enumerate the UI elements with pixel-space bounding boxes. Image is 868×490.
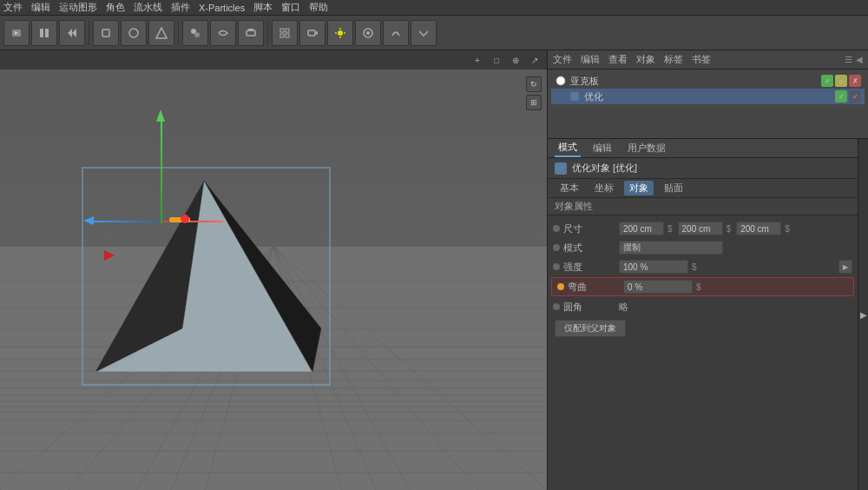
toolbar-sep-2 [178, 21, 179, 45]
obj-item-optimize[interactable]: 优化 ✓ ✓ [551, 89, 865, 104]
tab-edit[interactable]: 编辑 [581, 53, 600, 66]
toolbar-btn-snapping[interactable] [355, 20, 381, 46]
obj-item-root[interactable]: 亚克板 ✓ ○ ✗ [551, 73, 865, 89]
svg-rect-6 [102, 30, 109, 36]
attr-header-title: 优化对象 [优化] [572, 162, 637, 175]
attr-input-strength[interactable] [619, 260, 688, 274]
attr-label-size: 尺寸 [563, 222, 615, 235]
menu-item-help[interactable]: 帮助 [309, 1, 328, 14]
attr-unit-size-y: $ [727, 224, 732, 234]
attr-label-bend: 弯曲 [568, 281, 620, 294]
menu-item-edit[interactable]: 编辑 [31, 1, 50, 14]
panel-icon-1[interactable]: ☰ [845, 55, 852, 64]
toolbar-btn-camera[interactable] [299, 20, 326, 46]
attr-input-bend[interactable] [623, 280, 693, 294]
attr-section-title: 对象属性 [548, 198, 858, 215]
toolbar-btn-light[interactable] [327, 20, 353, 46]
toolbar-btn-6[interactable] [238, 20, 264, 46]
attr-mode-select[interactable] [619, 241, 723, 255]
sub-tab-object[interactable]: 对象 [624, 181, 654, 195]
attr-tab-edit[interactable]: 编辑 [589, 140, 615, 156]
toolbar-btn-move[interactable] [93, 20, 119, 46]
viewport-icon-2[interactable]: □ [490, 53, 503, 67]
toolbar-btn-3[interactable] [59, 20, 85, 46]
tab-bookmark[interactable]: 书签 [692, 53, 711, 66]
toolbar-btn-5[interactable] [210, 20, 236, 46]
sub-tabs: 基本 坐标 对象 贴面 [548, 179, 858, 198]
toolbar-btn-more[interactable] [411, 20, 437, 46]
obj-ctrl-yellow[interactable]: ○ [835, 75, 847, 87]
obj-ctrl-green-2[interactable]: ✓ [835, 90, 847, 103]
svg-point-19 [338, 30, 343, 36]
strength-expand-btn[interactable]: ▶ [838, 260, 852, 274]
attr-input-mode[interactable] [619, 241, 723, 255]
fit-parent-button[interactable]: 仅配到父对象 [555, 320, 626, 337]
axis-z [91, 221, 159, 222]
toolbar-sep-1 [89, 21, 89, 45]
menu-item-character[interactable]: 角色 [106, 1, 125, 14]
toolbar-sep-3 [267, 21, 268, 45]
toolbar-btn-2[interactable] [31, 20, 57, 46]
tab-object[interactable]: 对象 [636, 53, 655, 66]
attr-value-round: 略 [619, 301, 628, 314]
attr-unit-size-x: $ [667, 224, 673, 234]
menu-bar: 文件 编辑 运动图形 角色 流水线 插件 X-Particles 脚本 窗口 帮… [0, 0, 868, 16]
attr-row-bend: 弯曲 $ [551, 277, 854, 296]
attr-panel: 模式 编辑 用户数据 优化对象 [优化] 基本 坐标 对象 贴面 [548, 139, 858, 490]
attr-input-size-x[interactable] [619, 222, 664, 235]
attr-input-size-z[interactable] [736, 222, 781, 235]
svg-rect-15 [280, 34, 284, 37]
tab-view[interactable]: 查看 [608, 53, 628, 66]
svg-point-59 [556, 76, 565, 85]
obj-ctrl-red[interactable]: ✗ [849, 75, 861, 87]
menu-item-script[interactable]: 脚本 [253, 1, 273, 14]
sub-tab-surface[interactable]: 贴面 [659, 181, 688, 195]
svg-rect-13 [280, 29, 284, 32]
obj-hierarchy[interactable]: 亚克板 ✓ ○ ✗ 优化 ✓ ✓ [548, 70, 868, 139]
toolbar-btn-4[interactable] [182, 20, 208, 46]
viewport-topbar: + □ ⊕ ↗ [0, 50, 547, 70]
toolbar-btn-scale[interactable] [148, 20, 174, 46]
svg-rect-3 [45, 29, 49, 37]
viewport-icon-3[interactable]: ⊕ [509, 53, 523, 67]
menu-item-window[interactable]: 窗口 [281, 1, 300, 14]
vp-ctrl-2[interactable]: ⊞ [526, 95, 542, 110]
obj-ctrl-green[interactable]: ✓ [821, 75, 833, 87]
menu-item-pipeline[interactable]: 流水线 [134, 1, 162, 14]
menu-item-motion[interactable]: 运动图形 [59, 1, 97, 14]
pivot-dot [181, 215, 189, 223]
viewport[interactable]: + □ ⊕ ↗ ↻ ⊞ [0, 50, 547, 490]
attr-tab-userdata[interactable]: 用户数据 [624, 140, 669, 156]
menu-item-plugin[interactable]: 插件 [171, 1, 190, 14]
toolbar-btn-grid[interactable] [272, 20, 298, 46]
menu-item-xparticles[interactable]: X-Particles [199, 3, 245, 13]
panel-icon-2[interactable]: ◀ [856, 55, 863, 64]
svg-rect-16 [286, 34, 289, 37]
vp-ctrl-1[interactable]: ↻ [526, 76, 542, 92]
sub-tab-coord[interactable]: 坐标 [589, 181, 619, 195]
svg-rect-17 [308, 30, 315, 36]
attr-tab-mode[interactable]: 模式 [555, 139, 581, 157]
collapse-arrow[interactable]: ▶ [858, 139, 868, 490]
obj-ctrl-check[interactable]: ✓ [849, 90, 861, 103]
attr-label-mode: 模式 [563, 242, 615, 255]
axis-y-tip [156, 109, 165, 122]
tab-tag[interactable]: 标签 [664, 53, 683, 66]
viewport-icon-1[interactable]: + [470, 53, 484, 67]
toolbar-btn-deform[interactable] [383, 20, 409, 46]
toolbar [0, 16, 868, 50]
svg-point-10 [194, 32, 200, 37]
toolbar-btn-1[interactable] [3, 20, 30, 46]
menu-item-file[interactable]: 文件 [3, 1, 23, 14]
attr-tabs: 模式 编辑 用户数据 [548, 139, 858, 158]
attr-row-size: 尺寸 $ $ $ [548, 219, 858, 238]
toolbar-btn-rotate[interactable] [121, 20, 147, 46]
sub-tab-basic[interactable]: 基本 [555, 181, 584, 195]
svg-rect-61 [557, 165, 564, 172]
attr-dot-strength [553, 263, 560, 270]
viewport-icon-4[interactable]: ↗ [528, 53, 542, 67]
attr-input-size-y[interactable] [678, 222, 723, 235]
obj-item-controls-root: ✓ ○ ✗ [821, 75, 861, 87]
tab-file[interactable]: 文件 [553, 53, 572, 66]
red-flag [102, 248, 120, 268]
